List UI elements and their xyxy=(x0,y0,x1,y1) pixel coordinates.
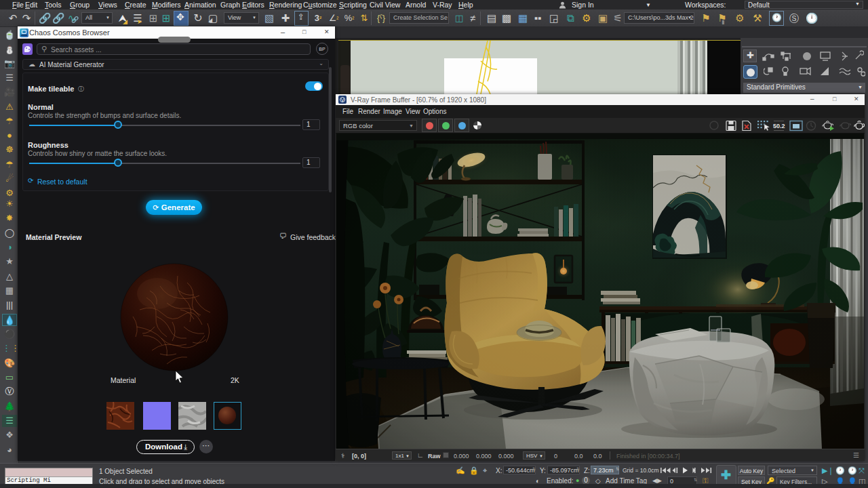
svg-text:50.2: 50.2 xyxy=(773,123,785,129)
